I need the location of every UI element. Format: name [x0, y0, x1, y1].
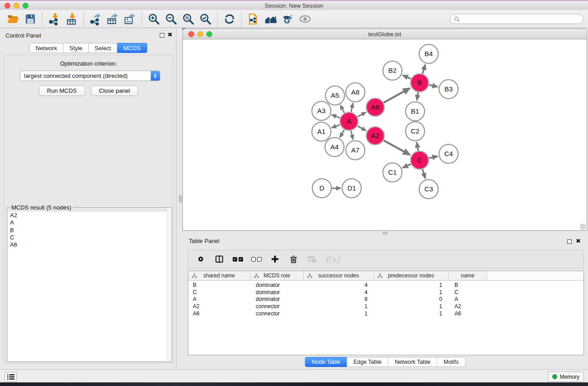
home-view-button[interactable]: [262, 11, 279, 27]
result-list-item[interactable]: A: [8, 219, 171, 226]
show-eye-button[interactable]: [296, 11, 314, 27]
zoom-selected-button[interactable]: [197, 11, 214, 27]
table-row[interactable]: Bdominator41B: [188, 281, 583, 289]
float-table-panel-icon[interactable]: [567, 239, 572, 244]
refresh-layout-button[interactable]: [221, 11, 238, 27]
deselect-all-checkboxes-button[interactable]: [251, 254, 262, 265]
tab-node-table[interactable]: Node Table: [305, 357, 347, 367]
hide-panels-button[interactable]: [279, 11, 296, 27]
graph-node-C3[interactable]: C3: [419, 180, 438, 199]
graph-node-A[interactable]: A: [340, 112, 358, 130]
graph-node-A4[interactable]: A4: [325, 138, 344, 157]
float-panel-icon[interactable]: [160, 33, 164, 38]
tab-edge-table[interactable]: Edge Table: [347, 357, 388, 367]
column-header-predecessor-nodes[interactable]: predecessor nodes: [374, 271, 449, 280]
graph-edge-A-A8[interactable]: [351, 103, 353, 112]
graph-node-B4[interactable]: B4: [419, 44, 438, 63]
graph-node-C4[interactable]: C4: [439, 144, 458, 163]
import-table-button[interactable]: [63, 11, 80, 27]
column-header-name[interactable]: name: [449, 271, 487, 280]
clone-network-button[interactable]: [245, 11, 262, 27]
horizontal-scrollbar-thumb[interactable]: [382, 232, 388, 234]
memory-button[interactable]: Memory: [548, 372, 584, 382]
graph-node-C1[interactable]: C1: [383, 163, 402, 182]
graph-edge-C-C4[interactable]: [429, 156, 438, 158]
close-panel-icon[interactable]: ✖: [167, 32, 172, 38]
tab-select[interactable]: Select: [89, 43, 117, 53]
result-list-item[interactable]: A6: [8, 241, 171, 248]
graph-node-A5[interactable]: A5: [325, 86, 344, 105]
graph-edge-A-A1[interactable]: [332, 124, 340, 128]
network-window-titlebar[interactable]: testGlobe.txt: [182, 29, 587, 39]
zoom-out-button[interactable]: [163, 11, 180, 27]
graph-edge-B-B4[interactable]: [422, 65, 425, 74]
export-network-button[interactable]: [87, 11, 104, 27]
network-canvas[interactable]: B4B2BB3A8A5A6A3B1AA1C2A2A4A7C4CC1C3DD1: [182, 39, 587, 231]
graph-node-D[interactable]: D: [312, 179, 331, 198]
graph-node-A7[interactable]: A7: [346, 141, 365, 160]
table-row[interactable]: A2connector11A2: [188, 303, 583, 310]
graph-node-B3[interactable]: B3: [439, 80, 458, 99]
split-columns-button[interactable]: [214, 254, 225, 265]
add-column-button[interactable]: [269, 254, 280, 265]
import-network-button[interactable]: [46, 11, 63, 27]
result-list-item[interactable]: C: [8, 234, 171, 241]
table-row[interactable]: Adominator80A: [188, 295, 583, 303]
settings-gear-button[interactable]: [195, 254, 206, 265]
zoom-in-button[interactable]: [145, 11, 163, 27]
export-table-button[interactable]: [104, 11, 121, 27]
result-list-item[interactable]: A2: [8, 212, 171, 219]
graph-node-A1[interactable]: A1: [312, 122, 331, 141]
graph-node-C[interactable]: C: [411, 151, 429, 169]
close-panel-button[interactable]: Close panel: [91, 86, 139, 96]
result-list-item[interactable]: B: [8, 227, 171, 234]
graph-node-C2[interactable]: C2: [406, 122, 425, 141]
task-history-button[interactable]: [5, 372, 17, 382]
select-all-checkboxes-button[interactable]: ✓✓: [232, 254, 243, 265]
tab-network-table[interactable]: Network Table: [388, 357, 437, 367]
delete-columns-button[interactable]: [288, 254, 299, 265]
graph-node-A8[interactable]: A8: [346, 83, 365, 102]
graph-edge-A6-B[interactable]: [383, 88, 410, 103]
graph-edge-A-A6[interactable]: [358, 112, 366, 117]
graph-edge-A-A4[interactable]: [340, 129, 344, 137]
save-session-button[interactable]: [22, 11, 39, 27]
graph-edge-B-B1[interactable]: [417, 92, 418, 100]
graph-node-B[interactable]: B: [411, 74, 429, 92]
vertical-scrollbar-thumb[interactable]: [179, 195, 182, 203]
tab-motifs[interactable]: Motifs: [437, 357, 465, 367]
graph-edge-A-A3[interactable]: [332, 115, 340, 118]
tab-style[interactable]: Style: [63, 43, 89, 53]
column-header-mcds-role[interactable]: MCDS role: [250, 271, 304, 280]
table-row[interactable]: A6connector11A6: [188, 310, 583, 317]
zoom-fit-button[interactable]: [180, 11, 197, 27]
column-header-shared-name[interactable]: shared name: [188, 271, 250, 280]
graph-node-A3[interactable]: A3: [312, 101, 331, 120]
search-input[interactable]: [460, 15, 583, 23]
graph-edge-A-A5[interactable]: [340, 105, 344, 113]
graph-edge-A-A2[interactable]: [357, 126, 366, 131]
tab-mcds[interactable]: MCDS: [117, 43, 147, 53]
graph-node-B1[interactable]: B1: [406, 102, 425, 121]
graph-node-B2[interactable]: B2: [383, 61, 402, 80]
graph-node-A2[interactable]: A2: [366, 127, 384, 145]
column-header-successor-nodes[interactable]: successor nodes: [304, 271, 374, 280]
graph-edge-C-C2[interactable]: [417, 143, 418, 151]
close-table-panel-icon[interactable]: ✖: [576, 238, 581, 244]
graph-edge-B-B2[interactable]: [403, 75, 411, 79]
function-builder-button[interactable]: f(x): [325, 254, 340, 265]
graph-node-D1[interactable]: D1: [342, 179, 361, 198]
open-file-button[interactable]: [5, 11, 22, 27]
run-mcds-button[interactable]: Run MCDS: [39, 86, 85, 96]
table-row[interactable]: Cdominator41C: [188, 289, 583, 296]
graph-edge-B-B3[interactable]: [429, 85, 438, 87]
result-list-scrollbar[interactable]: [167, 208, 172, 362]
tab-network[interactable]: Network: [29, 43, 63, 53]
graph-edge-A2-C[interactable]: [383, 140, 410, 155]
criterion-select[interactable]: largest connected component (directed): [20, 71, 160, 81]
graph-edge-A-A7[interactable]: [351, 131, 353, 140]
export-image-button[interactable]: [121, 11, 139, 27]
delete-table-button[interactable]: [306, 254, 317, 265]
graph-node-A6[interactable]: A6: [366, 98, 384, 116]
graph-edge-C-C1[interactable]: [403, 164, 411, 168]
